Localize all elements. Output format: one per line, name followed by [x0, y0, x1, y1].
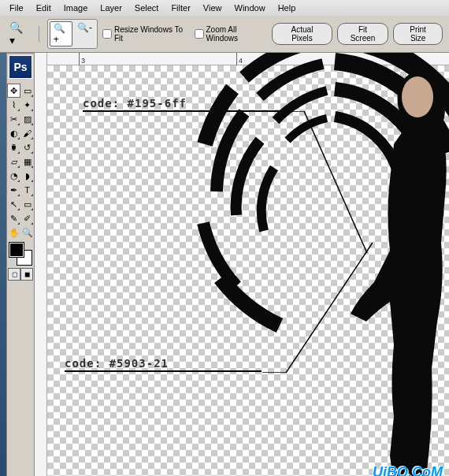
resize-windows-option: Resize Windows To Fit: [102, 25, 190, 43]
document-window: 3 4 5 code: #195-6ff code: #5903-21: [35, 53, 449, 476]
standard-mode[interactable]: ◻: [8, 268, 20, 281]
menu-select[interactable]: Select: [128, 2, 165, 14]
ruler-tick: 3: [79, 53, 85, 65]
move-tool[interactable]: ✥: [7, 84, 20, 98]
slice-tool[interactable]: ▨: [20, 112, 34, 126]
print-size-button[interactable]: Print Size: [393, 23, 443, 45]
workspace: Ps ✥▭ ⌇✦ ✂▨ ◐🖌 ⧯↺ ▱▦ ◔◗ ✒T ↖▭ ✎✐ ✋🔍 ◻ ◼ …: [0, 53, 449, 476]
zoom-all-checkbox[interactable]: [195, 29, 204, 39]
menu-window[interactable]: Window: [228, 2, 272, 14]
actual-pixels-button[interactable]: Actual Pixels: [272, 23, 332, 45]
foreground-color[interactable]: [9, 243, 24, 257]
canvas[interactable]: code: #195-6ff code: #5903-21: [47, 65, 449, 476]
healing-brush-tool[interactable]: ◐: [7, 126, 20, 140]
panel-dock-tab[interactable]: [0, 53, 6, 476]
main-menu-bar: File Edit Image Layer Select Filter View…: [0, 0, 449, 16]
menu-edit[interactable]: Edit: [30, 2, 58, 14]
menu-layer[interactable]: Layer: [94, 2, 128, 14]
gradient-tool[interactable]: ▦: [20, 154, 34, 169]
figure-silhouette: [347, 69, 449, 476]
notes-tool[interactable]: ✎: [7, 211, 20, 225]
zoom-mode-group: 🔍+ 🔍-: [47, 19, 98, 49]
zoom-in-icon[interactable]: 🔍+: [50, 21, 72, 46]
zoom-tool-icon: 🔍▾: [6, 20, 31, 48]
resize-windows-label: Resize Windows To Fit: [114, 25, 190, 43]
zoom-tool[interactable]: 🔍: [20, 225, 34, 240]
stamp-tool[interactable]: ⧯: [7, 140, 20, 154]
app-logo: Ps: [9, 55, 32, 79]
pen-tool[interactable]: ✒: [7, 183, 20, 197]
divider: [39, 26, 39, 42]
menu-filter[interactable]: Filter: [165, 2, 196, 14]
tool-palette: Ps ✥▭ ⌇✦ ✂▨ ◐🖌 ⧯↺ ▱▦ ◔◗ ✒T ↖▭ ✎✐ ✋🔍 ◻ ◼: [6, 53, 35, 476]
path-select-tool[interactable]: ↖: [7, 197, 20, 211]
brush-tool[interactable]: 🖌: [20, 126, 34, 140]
zoom-all-label: Zoom All Windows: [206, 25, 268, 43]
menu-file[interactable]: File: [3, 2, 30, 14]
menu-help[interactable]: Help: [272, 2, 302, 14]
resize-windows-checkbox[interactable]: [102, 29, 112, 39]
watermark: UiBQ.CoM: [373, 464, 443, 476]
fit-screen-button[interactable]: Fit Screen: [337, 23, 388, 45]
eraser-tool[interactable]: ▱: [7, 154, 20, 169]
zoom-all-option: Zoom All Windows: [195, 25, 268, 43]
menu-image[interactable]: Image: [58, 2, 95, 14]
zoom-out-icon[interactable]: 🔍-: [74, 21, 95, 46]
dodge-tool[interactable]: ◗: [20, 169, 34, 183]
eyedropper-tool[interactable]: ✐: [20, 211, 34, 225]
quickmask-mode[interactable]: ◼: [20, 268, 33, 281]
hand-tool[interactable]: ✋: [7, 225, 20, 240]
magic-wand-tool[interactable]: ✦: [20, 98, 34, 112]
history-brush-tool[interactable]: ↺: [20, 140, 34, 154]
mask-mode-group: ◻ ◼: [8, 268, 33, 281]
type-tool[interactable]: T: [20, 183, 34, 197]
color-swatches: [9, 243, 32, 265]
menu-view[interactable]: View: [197, 2, 228, 14]
marquee-tool[interactable]: ▭: [20, 84, 34, 98]
shape-tool[interactable]: ▭: [20, 197, 34, 211]
lasso-tool[interactable]: ⌇: [7, 98, 20, 112]
blur-tool[interactable]: ◔: [7, 169, 20, 183]
crop-tool[interactable]: ✂: [7, 112, 20, 126]
vertical-ruler[interactable]: [35, 53, 47, 476]
svg-point-0: [402, 76, 433, 117]
options-bar: 🔍▾ 🔍+ 🔍- Resize Windows To Fit Zoom All …: [0, 16, 449, 53]
